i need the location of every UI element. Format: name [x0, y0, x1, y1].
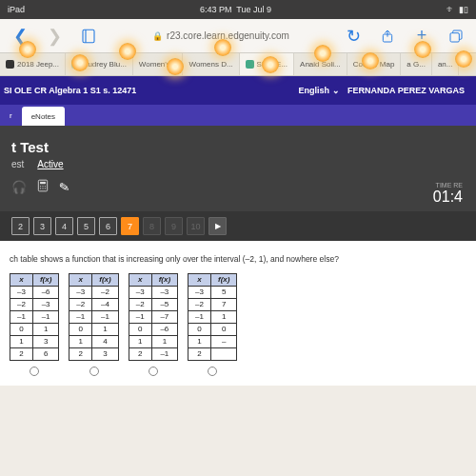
table-row: –2–4: [69, 299, 118, 311]
svg-point-7: [42, 186, 43, 187]
language-selector[interactable]: English ⌄: [298, 86, 340, 95]
test-tabs: est Active: [11, 159, 476, 169]
qnav-7-current[interactable]: 7: [121, 217, 139, 235]
tab-3[interactable]: Womens D...: [183, 53, 239, 75]
status-time: 6:43 PM Tue Jul 9: [200, 5, 271, 14]
test-tab-active[interactable]: Active: [37, 159, 63, 169]
highlight-icon[interactable]: ✎: [58, 179, 70, 195]
table-row: 0–6: [129, 324, 177, 336]
answer-radio[interactable]: [89, 367, 99, 376]
qnav-8[interactable]: 8: [143, 217, 161, 235]
table-row: –2–5: [129, 299, 177, 311]
answer-radio[interactable]: [30, 367, 39, 376]
question-nav: 2 3 4 5 6 7 8 9 10 ▶: [0, 211, 476, 241]
forward-button[interactable]: ❯: [44, 26, 65, 47]
subtab-r[interactable]: r: [0, 105, 22, 126]
table-header: x: [129, 274, 151, 287]
function-table: xf(x)–3–6–2–3–1–1011326: [10, 273, 59, 361]
svg-point-9: [40, 188, 41, 188]
tab-8[interactable]: an...: [432, 53, 460, 75]
function-table: xf(x)–3–2–2–4–1–1011423: [69, 273, 118, 361]
tab-0[interactable]: 2018 Jeep...: [0, 53, 66, 75]
calculator-icon[interactable]: [36, 179, 50, 195]
new-tab-icon[interactable]: +: [411, 26, 432, 47]
lock-icon: 🔒: [152, 31, 163, 41]
wifi-icon: ᯤ: [446, 5, 455, 14]
chevron-down-icon: ⌄: [332, 86, 340, 95]
student-name: FERNANDA PEREZ VARGAS: [347, 86, 465, 95]
question-area: ch table shows a function that is increa…: [0, 241, 476, 386]
qnav-10[interactable]: 10: [187, 217, 205, 235]
audio-icon[interactable]: 🎧: [11, 180, 27, 194]
table-row: 2–1: [129, 348, 177, 361]
qnav-next[interactable]: ▶: [208, 217, 227, 235]
tab-2[interactable]: Women's...: [133, 53, 184, 75]
table-row: 00: [188, 324, 237, 336]
browser-tabstrip: 2018 Jeep... Audrey Blu... Women's... Wo…: [0, 53, 476, 76]
battery-icon: ▮▯: [459, 5, 468, 14]
svg-point-8: [45, 186, 46, 187]
timer-value: 01:4: [433, 188, 463, 206]
tabs-icon[interactable]: [446, 26, 466, 47]
qnav-3[interactable]: 3: [33, 217, 51, 235]
svg-rect-3: [450, 32, 459, 41]
favicon-icon: [6, 60, 14, 69]
table-header: x: [69, 274, 92, 287]
table-row: –3–2: [69, 287, 118, 299]
table-row: –3–3: [129, 287, 177, 299]
table-header: f(x): [151, 274, 177, 287]
qnav-9[interactable]: 9: [165, 217, 183, 235]
tab-7[interactable]: a G...: [401, 53, 432, 75]
table-row: 2: [188, 348, 237, 361]
table-row: 13: [10, 336, 59, 348]
qnav-2[interactable]: 2: [11, 217, 30, 235]
carrier-text: iPad: [8, 5, 25, 14]
qnav-5[interactable]: 5: [77, 217, 95, 235]
table-row: 26: [10, 348, 59, 361]
timer-label: TIME RE: [433, 182, 463, 188]
back-button[interactable]: ❮: [10, 26, 30, 47]
url-text: r23.core.learn.edgenuity.com: [167, 30, 289, 41]
test-tab-a[interactable]: est: [11, 159, 24, 169]
course-title: SI OLE CR Algebra 1 S1 s. 12471: [4, 86, 136, 95]
answer-radio[interactable]: [208, 367, 217, 376]
table-row: 11: [129, 336, 177, 348]
course-header: SI OLE CR Algebra 1 S1 s. 12471 English …: [0, 76, 476, 105]
function-table: xf(x)–3–3–2–5–1–70–6112–1: [129, 273, 178, 361]
table-row: 23: [69, 348, 118, 361]
table-row: –11: [188, 311, 237, 324]
answer-option-3: xf(x)–35–27–11001–2: [188, 273, 237, 376]
tab-6[interactable]: Course Map: [347, 53, 402, 75]
table-row: –3–6: [10, 287, 59, 299]
tab-4-active[interactable]: SI OLE...: [240, 53, 294, 75]
address-bar[interactable]: 🔒 r23.core.learn.edgenuity.com: [112, 30, 329, 41]
share-icon[interactable]: [377, 26, 398, 47]
svg-point-11: [45, 188, 46, 188]
reload-icon[interactable]: ↻: [343, 26, 364, 47]
answer-radio[interactable]: [149, 367, 158, 376]
qnav-6[interactable]: 6: [99, 217, 117, 235]
bookmarks-icon[interactable]: [78, 26, 99, 47]
timer: TIME RE 01:4: [433, 182, 463, 206]
table-header: x: [10, 274, 33, 287]
table-header: f(x): [210, 274, 236, 287]
table-row: 1–: [188, 336, 237, 348]
page-title: t Test: [11, 139, 476, 155]
tab-5[interactable]: Anaid Soli...: [294, 53, 347, 75]
answer-tables: xf(x)–3–6–2–3–1–1011326xf(x)–3–2–2–4–1–1…: [10, 273, 472, 376]
table-row: 01: [69, 324, 118, 336]
svg-rect-5: [40, 182, 46, 184]
subtab-enotes[interactable]: eNotes: [22, 107, 65, 126]
question-text: ch table shows a function that is increa…: [10, 254, 472, 264]
ios-statusbar: iPad 6:43 PM Tue Jul 9 ᯤ ▮▯: [0, 0, 476, 19]
table-header: f(x): [92, 274, 118, 287]
answer-option-2: xf(x)–3–3–2–5–1–70–6112–1: [129, 273, 178, 376]
svg-point-10: [42, 188, 43, 188]
test-tools: 🎧 ✎: [11, 179, 476, 195]
tab-1[interactable]: Audrey Blu...: [66, 53, 133, 75]
qnav-4[interactable]: 4: [55, 217, 73, 235]
course-subtabs: r eNotes: [0, 105, 476, 126]
test-panel: t Test est Active 🎧 ✎ TIME RE 01:4: [0, 126, 476, 211]
safari-toolbar: ❮ ❯ 🔒 r23.core.learn.edgenuity.com ↻ +: [0, 19, 476, 53]
table-row: –1–1: [10, 311, 59, 324]
